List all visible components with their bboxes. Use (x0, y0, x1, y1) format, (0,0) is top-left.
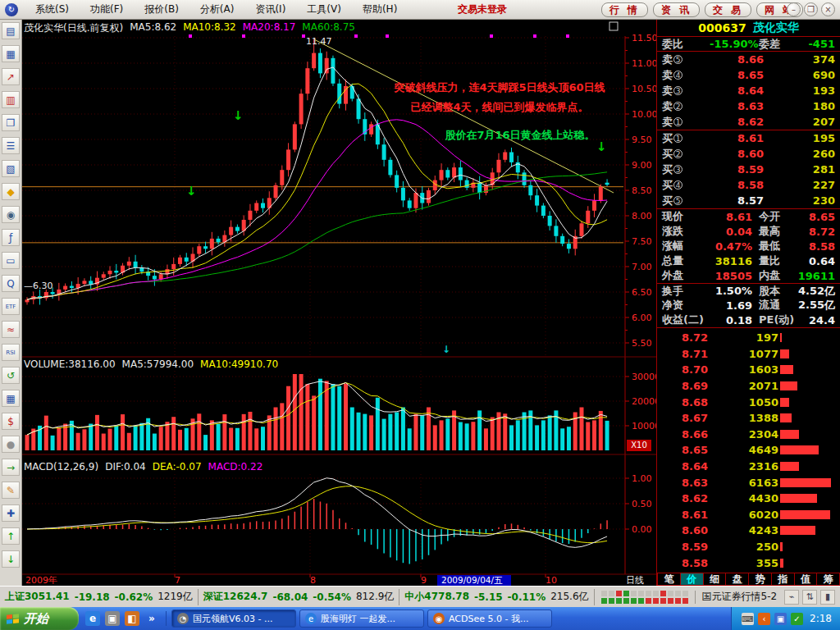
price-chart-header: 茂化实华(日线.前复权)MA5:8.62MA10:8.32MA20:8.17MA… (24, 21, 355, 35)
ladder-volume: 2316 (719, 460, 778, 472)
keyboard-tray-icon[interactable]: ⌨ (742, 613, 754, 625)
quick-launch: e▣◧» (79, 611, 167, 626)
close-button[interactable]: × (821, 2, 835, 16)
level-label: 卖1 (662, 115, 705, 130)
indicator-value: MA60:8.75 (302, 21, 355, 35)
svg-text:0.00: 0.00 (632, 524, 652, 535)
menu-item[interactable]: 工具(V) (296, 1, 352, 17)
panel-tab-筹[interactable]: 筹 (817, 573, 840, 586)
formula-icon[interactable]: ƒ (2, 229, 20, 246)
pencil-icon[interactable]: ✎ (2, 482, 20, 499)
app-icon[interactable]: ◧ (125, 611, 139, 626)
rsi-icon[interactable]: RSI (2, 344, 20, 361)
level-price: 8.65 (705, 69, 764, 81)
macd-header: MACD(12,26,9)DIF:0.04DEA:-0.07MACD:0.22 (24, 461, 262, 472)
ladder-row: 8.671388 (657, 411, 840, 426)
quick-button[interactable]: 资 讯 (653, 2, 700, 17)
move-icon[interactable]: ✚ (2, 504, 20, 522)
weicha-label: 委差 (759, 37, 795, 52)
gold-icon[interactable]: ◆ (2, 183, 20, 200)
quote-field: 流通 (759, 298, 795, 313)
panel-tab-值[interactable]: 值 (795, 573, 818, 586)
refresh-icon[interactable]: ↺ (2, 367, 20, 384)
minimize-button[interactable]: – (787, 2, 801, 16)
indicator-value: MA10:8.32 (183, 21, 236, 35)
kline-icon[interactable]: ▥ (2, 91, 20, 108)
panel-tab-细[interactable]: 细 (704, 573, 727, 586)
ie-icon[interactable]: e (85, 611, 100, 626)
money-icon[interactable]: $ (2, 413, 20, 430)
panel-tab-势[interactable]: 势 (749, 573, 772, 586)
monitor-icon[interactable]: ▭ (2, 252, 20, 269)
login-icon[interactable]: → (2, 459, 20, 476)
panel-tab-指[interactable]: 指 (772, 573, 795, 586)
system-tray: ⌨‹▣✓2:18 (731, 607, 840, 630)
start-button[interactable]: 开始 (0, 607, 79, 630)
volume-marker-icon: ↓ (442, 344, 450, 355)
quote-level-row: 卖28.63180 (657, 98, 840, 114)
titlebar: ↻ 系统(S)功能(F)报价(B)分析(A)资讯(I)工具(V)帮助(H) 交易… (0, 0, 840, 20)
scroll-down-icon[interactable]: ↓ (2, 550, 20, 568)
mouse-icon[interactable]: ● (2, 436, 20, 453)
shield-tray-icon[interactable]: ✓ (791, 613, 803, 625)
report-icon[interactable]: ▤ (2, 22, 20, 39)
update-tray-icon[interactable]: ‹ (758, 613, 770, 625)
taskbar-task[interactable]: e股海明灯 一起发... (299, 609, 424, 628)
quick-button[interactable]: 行 情 (601, 2, 648, 17)
menu-item[interactable]: 功能(F) (80, 1, 134, 17)
panel-tab-笔[interactable]: 笔 (657, 573, 681, 586)
grid-icon[interactable]: ▦ (2, 390, 20, 407)
ladder-price: 8.64 (682, 460, 719, 472)
ladder-row: 8.636163 (657, 475, 840, 490)
svg-text:9.00: 9.00 (632, 160, 652, 171)
users-icon[interactable]: ◉ (2, 206, 20, 223)
restore-button[interactable]: ❐ (804, 2, 818, 16)
taskbar-task[interactable]: ◔国元领航V6.03 - ... (171, 609, 296, 628)
level-price: 8.62 (705, 116, 764, 128)
plug-icon[interactable]: ▮ (820, 590, 835, 605)
quote-field: 4.52亿 (795, 284, 835, 299)
svg-text:1.00: 1.00 (632, 473, 652, 484)
trend-icon[interactable]: ↗ (2, 68, 20, 85)
wave-icon[interactable]: ≈ (2, 321, 20, 338)
menu-item[interactable]: 帮助(H) (352, 1, 408, 17)
menu-item[interactable]: 资讯(I) (244, 1, 296, 17)
profile-icon[interactable]: ▧ (2, 160, 20, 177)
panel-tab-盘[interactable]: 盘 (726, 573, 749, 586)
level-volume: 193 (764, 84, 835, 97)
sort-icon[interactable]: ⇅ (802, 590, 817, 605)
list-icon[interactable]: ☰ (2, 137, 20, 154)
quick-button[interactable]: 交 易 (705, 2, 751, 17)
task-label: ACDSee 5.0 - 我... (449, 613, 528, 625)
zoom-icon[interactable]: Q (2, 275, 20, 292)
panel-tab-价[interactable]: 价 (681, 573, 704, 586)
more-icon[interactable]: » (144, 611, 159, 626)
level-price: 8.60 (705, 148, 764, 160)
taskbar-task[interactable]: ◉ACDSee 5.0 - 我... (427, 609, 552, 628)
mini-chart-cell (646, 591, 651, 596)
quote-level-row: 卖18.62207 (657, 114, 840, 130)
mini-chart-cell (682, 591, 688, 596)
desktop-icon[interactable]: ▣ (105, 611, 120, 626)
etf-icon[interactable]: ETF (2, 298, 20, 315)
menu-item[interactable]: 分析(A) (189, 1, 245, 17)
scroll-up-icon[interactable]: ↑ (2, 527, 20, 545)
svg-text:8.00: 8.00 (632, 211, 652, 221)
menu-bar: 系统(S)功能(F)报价(B)分析(A)资讯(I)工具(V)帮助(H) (25, 2, 408, 16)
antenna-icon[interactable]: ⌁ (784, 590, 799, 605)
menu-item[interactable]: 系统(S) (25, 1, 80, 17)
mini-market-chart[interactable] (595, 591, 696, 604)
ladder-row: 8.692071 (657, 379, 840, 394)
mini-chart-cell (601, 598, 607, 604)
quote-field: 总量 (662, 253, 710, 268)
level-price: 8.57 (705, 194, 764, 207)
mini-chart-cell (682, 598, 688, 604)
level-volume: 227 (764, 179, 835, 191)
menu-item[interactable]: 报价(B) (134, 1, 189, 17)
buy-signal-arrow-icon: ↓ (186, 184, 197, 199)
index-summary: 深证12624.7-68.04-0.54%812.9亿 (199, 589, 400, 605)
network-tray-icon[interactable]: ▣ (774, 613, 787, 625)
windows-icon[interactable]: ❐ (2, 114, 20, 131)
level-label: 买2 (662, 147, 705, 162)
quote-table-icon[interactable]: ▦ (2, 45, 20, 62)
